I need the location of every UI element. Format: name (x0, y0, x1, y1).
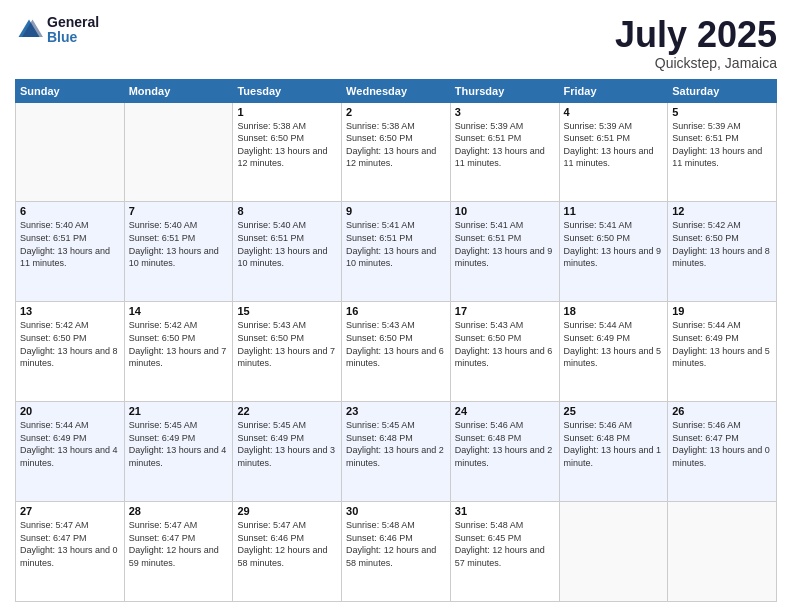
day-number: 15 (237, 305, 337, 317)
day-number: 30 (346, 505, 446, 517)
day-info: Sunrise: 5:45 AMSunset: 6:49 PMDaylight:… (129, 420, 227, 468)
day-info: Sunrise: 5:39 AMSunset: 6:51 PMDaylight:… (564, 121, 654, 169)
calendar-cell-3-5: 25 Sunrise: 5:46 AMSunset: 6:48 PMDaylig… (559, 402, 668, 502)
day-number: 19 (672, 305, 772, 317)
day-number: 21 (129, 405, 229, 417)
day-number: 23 (346, 405, 446, 417)
calendar-cell-1-5: 11 Sunrise: 5:41 AMSunset: 6:50 PMDaylig… (559, 202, 668, 302)
location-title: Quickstep, Jamaica (615, 55, 777, 71)
calendar-cell-3-4: 24 Sunrise: 5:46 AMSunset: 6:48 PMDaylig… (450, 402, 559, 502)
calendar-cell-4-4: 31 Sunrise: 5:48 AMSunset: 6:45 PMDaylig… (450, 502, 559, 602)
day-number: 20 (20, 405, 120, 417)
calendar-cell-3-2: 22 Sunrise: 5:45 AMSunset: 6:49 PMDaylig… (233, 402, 342, 502)
month-title: July 2025 (615, 15, 777, 55)
day-info: Sunrise: 5:42 AMSunset: 6:50 PMDaylight:… (20, 320, 118, 368)
calendar-cell-1-6: 12 Sunrise: 5:42 AMSunset: 6:50 PMDaylig… (668, 202, 777, 302)
calendar-cell-0-3: 2 Sunrise: 5:38 AMSunset: 6:50 PMDayligh… (342, 102, 451, 202)
day-info: Sunrise: 5:40 AMSunset: 6:51 PMDaylight:… (129, 220, 219, 268)
day-info: Sunrise: 5:46 AMSunset: 6:48 PMDaylight:… (564, 420, 662, 468)
header: General Blue July 2025 Quickstep, Jamaic… (15, 15, 777, 71)
day-number: 14 (129, 305, 229, 317)
page: General Blue July 2025 Quickstep, Jamaic… (0, 0, 792, 612)
day-info: Sunrise: 5:46 AMSunset: 6:48 PMDaylight:… (455, 420, 553, 468)
day-number: 10 (455, 205, 555, 217)
calendar-cell-3-0: 20 Sunrise: 5:44 AMSunset: 6:49 PMDaylig… (16, 402, 125, 502)
day-info: Sunrise: 5:40 AMSunset: 6:51 PMDaylight:… (237, 220, 327, 268)
header-saturday: Saturday (668, 79, 777, 102)
day-number: 18 (564, 305, 664, 317)
day-info: Sunrise: 5:40 AMSunset: 6:51 PMDaylight:… (20, 220, 110, 268)
header-wednesday: Wednesday (342, 79, 451, 102)
day-info: Sunrise: 5:45 AMSunset: 6:48 PMDaylight:… (346, 420, 444, 468)
calendar-cell-4-5 (559, 502, 668, 602)
calendar-row-1: 6 Sunrise: 5:40 AMSunset: 6:51 PMDayligh… (16, 202, 777, 302)
day-number: 28 (129, 505, 229, 517)
day-number: 11 (564, 205, 664, 217)
header-monday: Monday (124, 79, 233, 102)
calendar-cell-2-2: 15 Sunrise: 5:43 AMSunset: 6:50 PMDaylig… (233, 302, 342, 402)
day-info: Sunrise: 5:48 AMSunset: 6:45 PMDaylight:… (455, 520, 545, 568)
day-info: Sunrise: 5:45 AMSunset: 6:49 PMDaylight:… (237, 420, 335, 468)
day-number: 25 (564, 405, 664, 417)
calendar-cell-3-3: 23 Sunrise: 5:45 AMSunset: 6:48 PMDaylig… (342, 402, 451, 502)
calendar-row-4: 27 Sunrise: 5:47 AMSunset: 6:47 PMDaylig… (16, 502, 777, 602)
day-info: Sunrise: 5:47 AMSunset: 6:46 PMDaylight:… (237, 520, 327, 568)
header-thursday: Thursday (450, 79, 559, 102)
calendar-cell-1-2: 8 Sunrise: 5:40 AMSunset: 6:51 PMDayligh… (233, 202, 342, 302)
calendar-cell-0-1 (124, 102, 233, 202)
day-number: 8 (237, 205, 337, 217)
day-info: Sunrise: 5:41 AMSunset: 6:50 PMDaylight:… (564, 220, 662, 268)
calendar-cell-0-5: 4 Sunrise: 5:39 AMSunset: 6:51 PMDayligh… (559, 102, 668, 202)
day-number: 13 (20, 305, 120, 317)
logo: General Blue (15, 15, 99, 46)
calendar-cell-2-3: 16 Sunrise: 5:43 AMSunset: 6:50 PMDaylig… (342, 302, 451, 402)
calendar-row-3: 20 Sunrise: 5:44 AMSunset: 6:49 PMDaylig… (16, 402, 777, 502)
day-number: 31 (455, 505, 555, 517)
day-info: Sunrise: 5:44 AMSunset: 6:49 PMDaylight:… (20, 420, 118, 468)
calendar-cell-1-3: 9 Sunrise: 5:41 AMSunset: 6:51 PMDayligh… (342, 202, 451, 302)
calendar-cell-2-5: 18 Sunrise: 5:44 AMSunset: 6:49 PMDaylig… (559, 302, 668, 402)
day-info: Sunrise: 5:43 AMSunset: 6:50 PMDaylight:… (346, 320, 444, 368)
day-number: 9 (346, 205, 446, 217)
calendar-row-2: 13 Sunrise: 5:42 AMSunset: 6:50 PMDaylig… (16, 302, 777, 402)
calendar-row-0: 1 Sunrise: 5:38 AMSunset: 6:50 PMDayligh… (16, 102, 777, 202)
day-info: Sunrise: 5:43 AMSunset: 6:50 PMDaylight:… (455, 320, 553, 368)
calendar-cell-4-1: 28 Sunrise: 5:47 AMSunset: 6:47 PMDaylig… (124, 502, 233, 602)
day-info: Sunrise: 5:47 AMSunset: 6:47 PMDaylight:… (129, 520, 219, 568)
day-info: Sunrise: 5:44 AMSunset: 6:49 PMDaylight:… (672, 320, 770, 368)
day-number: 5 (672, 106, 772, 118)
day-number: 3 (455, 106, 555, 118)
logo-icon (15, 16, 43, 44)
day-info: Sunrise: 5:42 AMSunset: 6:50 PMDaylight:… (672, 220, 770, 268)
header-tuesday: Tuesday (233, 79, 342, 102)
title-block: July 2025 Quickstep, Jamaica (615, 15, 777, 71)
calendar-cell-0-4: 3 Sunrise: 5:39 AMSunset: 6:51 PMDayligh… (450, 102, 559, 202)
calendar-table: Sunday Monday Tuesday Wednesday Thursday… (15, 79, 777, 602)
day-info: Sunrise: 5:46 AMSunset: 6:47 PMDaylight:… (672, 420, 770, 468)
day-info: Sunrise: 5:48 AMSunset: 6:46 PMDaylight:… (346, 520, 436, 568)
calendar-cell-0-0 (16, 102, 125, 202)
calendar-cell-4-2: 29 Sunrise: 5:47 AMSunset: 6:46 PMDaylig… (233, 502, 342, 602)
calendar-cell-4-3: 30 Sunrise: 5:48 AMSunset: 6:46 PMDaylig… (342, 502, 451, 602)
calendar-cell-2-1: 14 Sunrise: 5:42 AMSunset: 6:50 PMDaylig… (124, 302, 233, 402)
day-number: 24 (455, 405, 555, 417)
calendar-cell-0-2: 1 Sunrise: 5:38 AMSunset: 6:50 PMDayligh… (233, 102, 342, 202)
day-info: Sunrise: 5:44 AMSunset: 6:49 PMDaylight:… (564, 320, 662, 368)
day-info: Sunrise: 5:39 AMSunset: 6:51 PMDaylight:… (672, 121, 762, 169)
calendar-cell-3-1: 21 Sunrise: 5:45 AMSunset: 6:49 PMDaylig… (124, 402, 233, 502)
day-number: 22 (237, 405, 337, 417)
header-sunday: Sunday (16, 79, 125, 102)
day-info: Sunrise: 5:43 AMSunset: 6:50 PMDaylight:… (237, 320, 335, 368)
header-friday: Friday (559, 79, 668, 102)
day-number: 1 (237, 106, 337, 118)
day-info: Sunrise: 5:38 AMSunset: 6:50 PMDaylight:… (237, 121, 327, 169)
day-number: 2 (346, 106, 446, 118)
day-number: 26 (672, 405, 772, 417)
day-info: Sunrise: 5:41 AMSunset: 6:51 PMDaylight:… (346, 220, 436, 268)
calendar-cell-4-6 (668, 502, 777, 602)
day-number: 27 (20, 505, 120, 517)
calendar-cell-2-4: 17 Sunrise: 5:43 AMSunset: 6:50 PMDaylig… (450, 302, 559, 402)
day-number: 7 (129, 205, 229, 217)
day-number: 4 (564, 106, 664, 118)
day-info: Sunrise: 5:41 AMSunset: 6:51 PMDaylight:… (455, 220, 553, 268)
